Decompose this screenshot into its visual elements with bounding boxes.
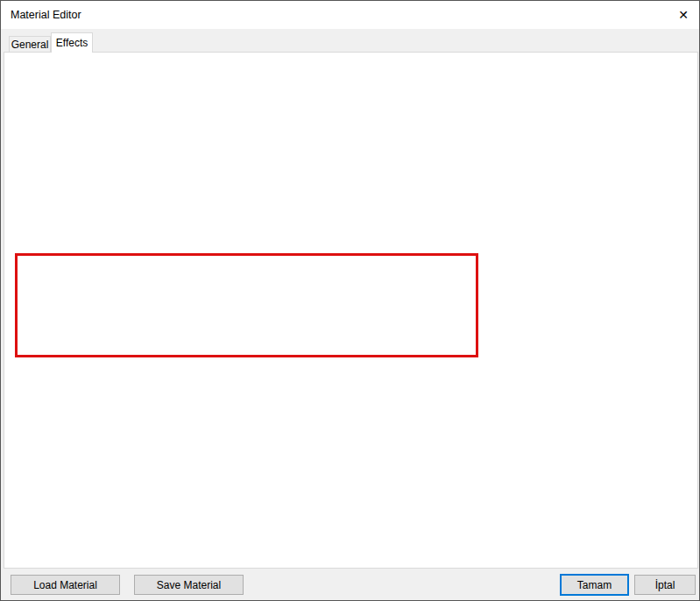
effects-tab-panel bbox=[4, 52, 698, 569]
title-bar: Material Editor ✕ bbox=[1, 1, 699, 29]
tab-general-label: General bbox=[11, 39, 49, 51]
ok-button[interactable]: Tamam bbox=[560, 574, 629, 596]
material-editor-dialog: Material Editor ✕ General Effects Grass … bbox=[0, 0, 700, 601]
tab-effects[interactable]: Effects bbox=[51, 32, 93, 53]
tab-general[interactable]: General bbox=[9, 36, 51, 53]
close-icon[interactable]: ✕ bbox=[673, 4, 694, 25]
save-material-button[interactable]: Save Material bbox=[134, 575, 244, 595]
cancel-button[interactable]: İptal bbox=[634, 575, 696, 595]
load-material-button[interactable]: Load Material bbox=[11, 575, 120, 595]
tab-effects-label: Effects bbox=[56, 37, 88, 49]
window-title: Material Editor bbox=[11, 9, 81, 21]
